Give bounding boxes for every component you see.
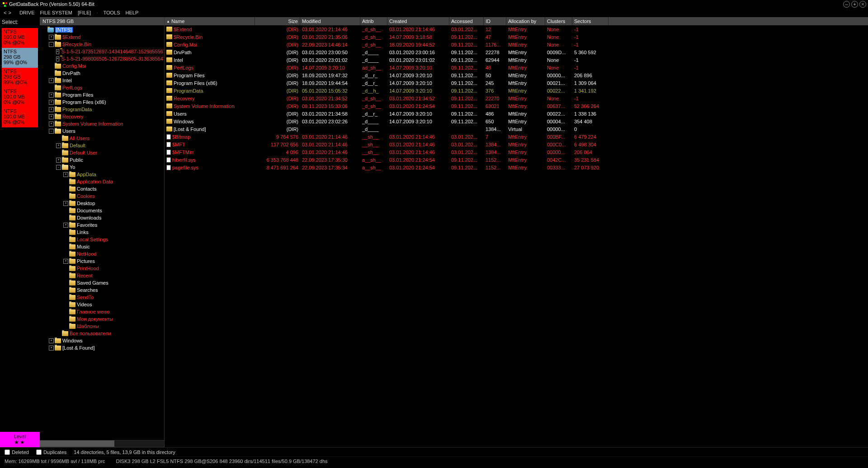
file-row[interactable]: Recovery(DIR)03.01.2020 21:34:52_d_sh__0…: [165, 94, 868, 102]
file-row[interactable]: Intel(DIR)03.01.2020 23:01:02_d____03.01…: [165, 56, 868, 64]
file-row[interactable]: ProgramData(DIR)05.01.2020 15:05:32_d__h…: [165, 87, 868, 94]
file-row[interactable]: PerfLogs(DIR)14.07.2009 3:20:10ad_sh__14…: [165, 64, 868, 71]
volume-item[interactable]: NTFS100,0 MB0% @0%: [2, 88, 38, 108]
file-list[interactable]: $Extend(DIR)03.01.2020 21:14:46_d_sh__03…: [165, 25, 868, 447]
tree-node[interactable]: +$Extend: [40, 33, 164, 41]
tree-node[interactable]: All Users: [40, 135, 164, 142]
volume-item[interactable]: NTFS298 GB99% @0%: [2, 48, 38, 68]
menu-file[interactable]: [FILE]: [78, 10, 91, 15]
expand-toggle-icon[interactable]: +: [56, 56, 59, 61]
tree-node[interactable]: +System Volume Information: [40, 120, 164, 127]
tree-node[interactable]: +Desktop: [40, 200, 164, 207]
file-row[interactable]: [Lost & Found](DIR)_d____1384...Virtual0…: [165, 125, 868, 133]
file-row[interactable]: Program Files (x86)(DIR)18.09.2020 19:44…: [165, 79, 868, 87]
menu-help[interactable]: HELP: [126, 10, 139, 15]
nav-forward-button[interactable]: >: [8, 10, 11, 15]
tree-node[interactable]: Searches: [40, 286, 164, 294]
file-row[interactable]: Users(DIR)03.01.2020 21:34:58_d__r_14.07…: [165, 110, 868, 117]
expand-toggle-icon[interactable]: -: [49, 129, 54, 134]
file-row[interactable]: System Volume Information(DIR)09.11.2023…: [165, 102, 868, 110]
expand-toggle-icon[interactable]: +: [56, 158, 61, 163]
col-created[interactable]: Created: [387, 17, 449, 25]
tree-node[interactable]: -Users: [40, 127, 164, 135]
expand-toggle-icon[interactable]: +: [49, 100, 54, 105]
tree-node[interactable]: Saved Games: [40, 279, 164, 286]
file-row[interactable]: Program Files(DIR)18.09.2020 19:47:32_d_…: [165, 71, 868, 79]
tree-node[interactable]: +S-1-5-21-998006505-1267288505-313638564…: [40, 55, 164, 62]
tree-node[interactable]: +S-1-5-21-973512697-1434146487-152985556…: [40, 48, 164, 55]
expand-toggle-icon[interactable]: +: [49, 78, 54, 83]
level-indicator[interactable]: Level ★★: [0, 432, 40, 447]
col-allocation[interactable]: Allocation by: [506, 17, 545, 25]
tree-node[interactable]: Documents: [40, 207, 164, 214]
duplicates-check-input[interactable]: [36, 449, 42, 455]
tree-node[interactable]: -Yo: [40, 164, 164, 171]
col-modified[interactable]: Modified: [300, 17, 360, 25]
expand-toggle-icon[interactable]: +: [63, 223, 68, 228]
tree-node[interactable]: +Program Files: [40, 91, 164, 98]
deleted-checkbox[interactable]: Deleted: [5, 449, 29, 455]
volume-item[interactable]: NTFS100,0 MB0% @0%: [2, 28, 38, 48]
file-row[interactable]: Windows(DIR)03.01.2020 23:02:26_d____14.…: [165, 117, 868, 125]
col-clusters[interactable]: Clusters: [545, 17, 572, 25]
expand-toggle-icon[interactable]: +: [56, 49, 59, 54]
tree-hscrollbar[interactable]: [40, 440, 164, 447]
nav-back-button[interactable]: <: [4, 10, 6, 15]
col-sectors[interactable]: Sectors: [572, 17, 609, 25]
expand-toggle-icon[interactable]: -: [56, 165, 61, 170]
tree-node[interactable]: Application Data: [40, 178, 164, 185]
tree-node[interactable]: Default User: [40, 149, 164, 156]
close-button[interactable]: ×: [859, 1, 866, 8]
file-row[interactable]: Config.Msi(DIR)22.09.2023 14:46:14_d_sh_…: [165, 41, 868, 48]
tree-node[interactable]: +AppData: [40, 171, 164, 178]
file-row[interactable]: hiberfil.sys6 353 768 44822.09.2023 17:3…: [165, 156, 868, 164]
tree-node[interactable]: Мои документы: [40, 315, 164, 323]
volume-item[interactable]: NTFS100,0 MB0% @0%: [2, 108, 38, 127]
menu-filesystem[interactable]: FILE SYSTEM: [40, 10, 73, 15]
file-row[interactable]: $MFT117 702 65603.01.2020 21:14:46__sh__…: [165, 140, 868, 148]
tree-node[interactable]: +Favorites: [40, 221, 164, 229]
tree-node[interactable]: +Windows: [40, 337, 164, 344]
menu-drive[interactable]: DRIVE: [19, 10, 35, 15]
col-size[interactable]: Size: [255, 17, 300, 25]
duplicates-checkbox[interactable]: Duplicates: [36, 449, 66, 455]
tree-node[interactable]: Все пользователи: [40, 330, 164, 337]
tree-node[interactable]: +Pictures: [40, 257, 164, 265]
expand-toggle-icon[interactable]: +: [49, 114, 54, 119]
tree-node[interactable]: DrvPath: [40, 70, 164, 77]
tree-node[interactable]: +Recovery: [40, 113, 164, 120]
expand-toggle-icon[interactable]: +: [49, 122, 54, 126]
tree-node[interactable]: +Default: [40, 142, 164, 149]
minimize-button[interactable]: –: [843, 1, 850, 8]
file-row[interactable]: DrvPath(DIR)03.01.2020 23:00:50_d____03.…: [165, 48, 868, 56]
tree-node[interactable]: Music: [40, 243, 164, 250]
col-attrib[interactable]: Attrib: [360, 17, 387, 25]
file-row[interactable]: $Bitmap9 764 57603.01.2020 21:14:46__sh_…: [165, 133, 868, 140]
tree-node[interactable]: +[Lost & Found]: [40, 344, 164, 351]
expand-toggle-icon[interactable]: +: [56, 143, 61, 148]
file-row[interactable]: $Recycle.Bin(DIR)03.01.2020 21:35:06_d_s…: [165, 33, 868, 41]
expand-toggle-icon[interactable]: +: [49, 346, 54, 351]
tree-node[interactable]: Главное меню: [40, 308, 164, 315]
expand-toggle-icon[interactable]: +: [49, 107, 54, 112]
expand-toggle-icon[interactable]: +: [63, 172, 68, 177]
tree-node[interactable]: NetHood: [40, 250, 164, 257]
tree-node[interactable]: Contacts: [40, 185, 164, 192]
tree-node[interactable]: Шаблоны: [40, 323, 164, 330]
col-name[interactable]: Name: [165, 17, 255, 25]
col-accessed[interactable]: Accessed: [449, 17, 484, 25]
maximize-button[interactable]: +: [851, 1, 858, 8]
expand-toggle-icon[interactable]: +: [49, 338, 54, 343]
expand-toggle-icon[interactable]: +: [49, 93, 54, 98]
file-row[interactable]: $Extend(DIR)03.01.2020 21:14:46_d_sh__03…: [165, 25, 868, 33]
tree-node[interactable]: Downloads: [40, 214, 164, 221]
tree-node[interactable]: Local Settings: [40, 236, 164, 243]
tree-node[interactable]: SendTo: [40, 294, 164, 301]
volume-item[interactable]: NTFS298 GB99% @0%: [2, 68, 38, 88]
directory-tree[interactable]: [NTFS]+$Extend-$Recycle.Bin+S-1-5-21-973…: [40, 25, 164, 440]
expand-toggle-icon[interactable]: +: [63, 201, 68, 206]
tree-node[interactable]: PerfLogs: [40, 84, 164, 91]
tree-node[interactable]: +Intel: [40, 77, 164, 84]
file-row[interactable]: pagefile.sys8 471 691 26422.09.2023 17:3…: [165, 164, 868, 171]
tree-node[interactable]: -$Recycle.Bin: [40, 41, 164, 48]
